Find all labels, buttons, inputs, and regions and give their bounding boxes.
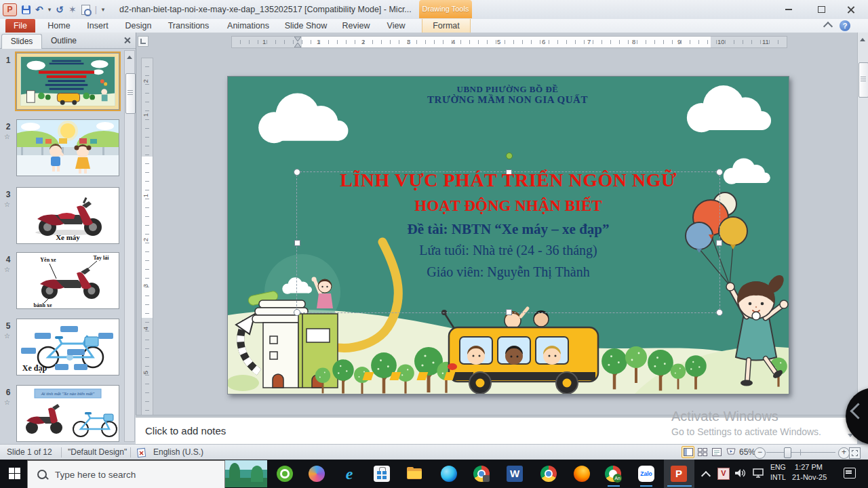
tab-file[interactable]: File (5, 19, 35, 33)
slide-thumbnail-6[interactable]: Ai tinh mắt "Xe nào biến mất" (16, 385, 119, 442)
slide-5-preview: Xe đạp (17, 319, 119, 375)
tab-insert[interactable]: Insert (81, 19, 114, 33)
file-explorer-icon[interactable] (406, 466, 422, 482)
tab-format[interactable]: Format (422, 19, 471, 33)
coccoc-icon[interactable] (277, 466, 293, 482)
minimize-button[interactable] (778, 3, 799, 15)
powerpoint-window: P ↶▾ ↺ ✶ | ▾ d2-nhan-biet-tap-noi-xe-may… (0, 0, 868, 488)
zoom-slider-thumb[interactable] (784, 447, 791, 458)
resize-handle-bottom[interactable] (506, 309, 512, 315)
slide-show-button[interactable] (724, 446, 737, 458)
slide-age-line[interactable]: Lứa tuổi: Nhà trẻ (24 - 36 tháng) (297, 243, 719, 258)
taskbar-search[interactable]: Type here to search (27, 460, 225, 488)
language-label[interactable]: English (U.S.) (153, 447, 203, 457)
microsoft-store-icon[interactable] (374, 466, 390, 482)
tab-slides[interactable]: Slides (1, 34, 42, 49)
ruler-indent-marker[interactable] (294, 37, 301, 47)
horizontal-ruler: 1 1 2 3 4 5 6 7 8 9 10 11 (231, 36, 787, 48)
selected-text-box[interactable]: LĨNH VỰC PHÁT TRIỂN NGÔN NGỮ HOẠT ĐỘNG N… (296, 171, 720, 313)
save-icon[interactable] (22, 5, 31, 14)
action-center-icon[interactable] (844, 468, 856, 479)
slide-counter[interactable]: Slide 1 of 12 (7, 447, 52, 457)
start-button[interactable] (9, 468, 20, 479)
tab-review[interactable]: Review (338, 19, 374, 33)
normal-view-button[interactable] (682, 446, 694, 458)
slide-org-line1[interactable]: UBND PHƯỜNG BỒ ĐỀ (227, 84, 788, 95)
design-theme-label[interactable]: "Default Design" (68, 447, 127, 457)
chrome-icon-1[interactable] (473, 466, 490, 482)
slide-title-line1[interactable]: LĨNH VỰC PHÁT TRIỂN NGÔN NGỮ (297, 169, 719, 191)
close-button[interactable] (841, 3, 861, 15)
zoom-level-label[interactable]: 65% (739, 447, 755, 457)
zalo-icon[interactable]: Zalo (638, 466, 654, 482)
help-icon[interactable]: ? (840, 20, 850, 31)
slide-thumbnail-4[interactable]: Yên xe Tay lái bánh xe (16, 252, 119, 309)
slide-2-number: 2 (3, 122, 14, 131)
tab-animations[interactable]: Animations (221, 19, 275, 33)
slide-topic-line[interactable]: Đề tài: NBTN “Xe máy – xe đạp” (297, 221, 719, 238)
word-icon[interactable]: W (507, 466, 523, 482)
language-indicator-line2[interactable]: INTL (770, 473, 786, 482)
resize-handle-bl[interactable] (294, 309, 300, 316)
spell-check-icon[interactable] (137, 447, 148, 458)
slide-4-preview: Yên xe Tay lái bánh xe (17, 253, 119, 308)
internet-explorer-icon[interactable]: e (341, 466, 357, 482)
canvas-scroll-up-icon[interactable] (860, 35, 865, 41)
rotate-handle[interactable] (506, 152, 513, 159)
h-ruler-num: 8 (632, 38, 635, 45)
edge-icon[interactable] (441, 466, 457, 482)
clock-date[interactable]: 21-Nov-25 (792, 473, 827, 482)
firefox-icon[interactable] (574, 466, 590, 482)
resize-handle-br[interactable] (716, 309, 723, 316)
unikey-tray-icon[interactable]: V (717, 468, 730, 480)
restore-button[interactable] (811, 3, 831, 15)
search-placeholder: Type here to search (55, 470, 136, 480)
start-from-beginning-icon[interactable]: ✶ (68, 4, 77, 15)
qat-customize-icon[interactable]: ▾ (102, 6, 105, 13)
zoom-slider-track[interactable] (766, 452, 835, 453)
notes-placeholder[interactable]: Click to add notes (145, 425, 226, 436)
zoom-out-button[interactable]: − (754, 447, 766, 459)
reading-view-button[interactable] (710, 446, 723, 458)
tab-view[interactable]: View (381, 19, 411, 33)
slide-sorter-view-button[interactable] (696, 446, 709, 458)
volume-icon[interactable] (735, 468, 746, 478)
print-preview-icon[interactable] (81, 5, 90, 15)
slide-1-number: 1 (3, 56, 14, 65)
activate-windows-watermark-line2: Go to Settings to activate Windows. (671, 426, 821, 437)
powerpoint-taskbar-icon[interactable]: P (671, 466, 687, 482)
slide-thumbnail-3[interactable]: Xe máy (16, 187, 119, 244)
slide-6-banner: Ai tinh mắt "Xe nào biến mất" (41, 391, 95, 396)
clock-time[interactable]: 1:27 PM (795, 463, 823, 472)
slide-thumbnail-2[interactable] (16, 119, 119, 176)
copilot-icon[interactable] (309, 466, 325, 482)
panel-scroll-up-icon[interactable] (127, 53, 132, 59)
panel-close-icon[interactable] (123, 36, 132, 45)
network-icon[interactable] (753, 468, 765, 478)
undo-icon[interactable]: ↶ (35, 4, 43, 15)
tab-design[interactable]: Design (121, 19, 156, 33)
tab-transitions[interactable]: Transitions (161, 19, 216, 33)
fit-to-window-button[interactable] (849, 447, 861, 459)
status-bar: Slide 1 of 12 "Default Design" English (… (0, 444, 868, 460)
slide-3-number: 3 (3, 190, 14, 199)
task-view-button[interactable] (225, 460, 267, 487)
tab-outline[interactable]: Outline (42, 34, 85, 48)
tab-slide-show[interactable]: Slide Show (279, 19, 332, 33)
slide-thumbnail-1[interactable] (16, 53, 119, 110)
slide-org-line2[interactable]: TRƯỜNG MẦM NON GIA QUẤT (227, 94, 788, 106)
redo-icon[interactable]: ↺ (56, 4, 64, 15)
tab-home[interactable]: Home (43, 19, 75, 33)
slide-3-preview: Xe máy (17, 188, 119, 243)
slide-teacher-line[interactable]: Giáo viên: Nguyễn Thị Thành (297, 264, 719, 280)
slide-thumbnail-5[interactable]: Xe đạp (16, 319, 119, 375)
zoom-in-button[interactable]: + (838, 447, 850, 459)
canvas-scrollbar-thumb[interactable] (859, 62, 868, 98)
powerpoint-app-icon[interactable]: P (3, 3, 17, 16)
slide-title-line2[interactable]: HOẠT ĐỘNG NHẬN BIẾT (297, 197, 719, 215)
panel-scrollbar-thumb[interactable] (125, 73, 136, 114)
language-indicator-line1[interactable]: ENG (770, 463, 786, 472)
chrome-icon-2[interactable] (540, 466, 557, 482)
undo-dropdown-icon[interactable]: ▾ (48, 6, 52, 13)
chrome-profile-icon[interactable]: An (605, 466, 621, 482)
